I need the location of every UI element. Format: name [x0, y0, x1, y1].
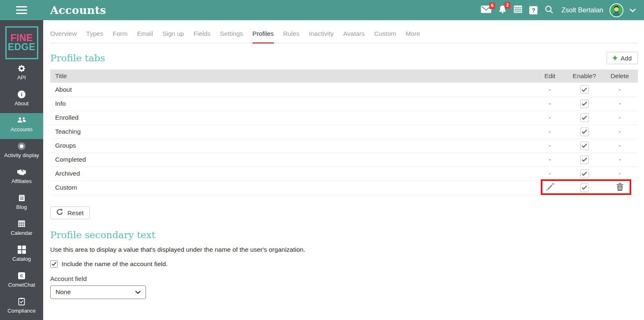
- handshake-icon: [0, 167, 43, 177]
- tab-form[interactable]: Form: [113, 25, 127, 43]
- sidebar-item-label: Affiliates: [0, 178, 43, 185]
- sidebar-item-catalog[interactable]: Catalog: [0, 243, 43, 269]
- tab-more[interactable]: More: [405, 25, 420, 43]
- enable-cell: [567, 111, 602, 125]
- enable-cell: [567, 167, 602, 181]
- table-grid-icon: [514, 5, 522, 15]
- tab-rules[interactable]: Rules: [283, 25, 300, 43]
- delete-cell: -: [602, 153, 638, 167]
- enable-checkbox[interactable]: [580, 85, 589, 94]
- dot-circle-icon: [0, 141, 43, 151]
- apps-grid-button[interactable]: [514, 5, 522, 15]
- delete-dash: -: [619, 114, 621, 121]
- enable-cell: [567, 181, 602, 195]
- enable-cell: [567, 97, 602, 111]
- enable-checkbox[interactable]: [580, 114, 589, 122]
- edit-dash: -: [549, 128, 551, 135]
- row-title: Archived: [50, 167, 533, 181]
- profile-tabs-table: TitleEditEnable?Delete About--Info--Enro…: [50, 70, 638, 195]
- column-header-delete: Delete: [602, 70, 638, 83]
- row-title: Teaching: [50, 125, 533, 139]
- chevron-down-icon: [630, 7, 636, 14]
- reset-button[interactable]: Reset: [50, 206, 90, 219]
- people-icon: [0, 115, 43, 125]
- trash-icon: [616, 186, 624, 192]
- add-button[interactable]: ✚ Add: [607, 52, 638, 64]
- edit-dash: -: [549, 100, 551, 107]
- search-button[interactable]: [544, 5, 554, 16]
- table-header-row: TitleEditEnable?Delete: [50, 70, 638, 83]
- tab-avatars[interactable]: Avatars: [343, 25, 365, 43]
- account-field-select[interactable]: None: [50, 285, 146, 299]
- enable-checkbox[interactable]: [580, 128, 589, 136]
- sidebar-item-api[interactable]: API: [0, 61, 43, 87]
- tab-custom[interactable]: Custom: [374, 25, 396, 43]
- info-icon: i: [0, 89, 43, 100]
- sidebar-item-blog[interactable]: Blog: [0, 191, 43, 217]
- table-row: Teaching--: [50, 125, 638, 139]
- table-row: Info--: [50, 97, 638, 111]
- delete-button[interactable]: [616, 183, 624, 191]
- sidebar-item-accounts[interactable]: Accounts: [0, 113, 43, 139]
- delete-dash: -: [619, 128, 621, 135]
- squares-icon: [0, 244, 43, 255]
- notepad-icon: [0, 192, 43, 203]
- edit-dash: -: [549, 86, 551, 93]
- sidebar-item-compliance[interactable]: Compliance: [0, 294, 43, 320]
- row-title: Custom: [50, 181, 533, 195]
- include-account-field-checkbox-row: Include the name of the account field.: [50, 260, 638, 268]
- tab-sign-up[interactable]: Sign up: [162, 25, 184, 43]
- enable-checkbox[interactable]: [580, 169, 589, 178]
- hamburger-menu-button[interactable]: [0, 6, 43, 14]
- sidebar-item-label: Blog: [0, 204, 43, 211]
- delete-dash: -: [619, 86, 621, 93]
- delete-cell: -: [602, 167, 638, 181]
- logo-line2: EDGE: [8, 43, 35, 52]
- search-icon: [544, 5, 554, 16]
- edit-cell: [533, 181, 567, 195]
- user-menu-button[interactable]: [630, 7, 636, 14]
- tab-profiles[interactable]: Profiles: [253, 25, 274, 43]
- enable-checkbox[interactable]: [580, 141, 589, 150]
- section-title-profile-tabs: Profile tabs: [50, 53, 105, 63]
- row-title: Enrolled: [50, 111, 533, 125]
- row-title: Completed: [50, 153, 533, 167]
- edit-button[interactable]: [545, 182, 555, 191]
- edit-dash: -: [549, 156, 551, 163]
- tab-types[interactable]: Types: [86, 25, 103, 43]
- avatar[interactable]: [610, 4, 623, 16]
- logo[interactable]: FINE EDGE: [5, 26, 38, 59]
- sidebar-item-cometchat[interactable]: cCometChat: [0, 269, 43, 294]
- table-row: Enrolled--: [50, 111, 638, 125]
- enable-checkbox[interactable]: [580, 155, 589, 164]
- include-account-field-checkbox[interactable]: [50, 260, 58, 268]
- messages-button[interactable]: 6: [481, 5, 491, 15]
- delete-cell: -: [602, 125, 638, 139]
- sidebar-item-calendar[interactable]: Calendar: [0, 217, 43, 243]
- sidebar-item-label: About: [0, 100, 43, 107]
- edit-cell: -: [533, 139, 567, 153]
- tab-fields[interactable]: Fields: [193, 25, 210, 43]
- tab-inactivity[interactable]: Inactivity: [309, 25, 334, 43]
- refresh-icon: [56, 209, 63, 217]
- edit-dash: -: [549, 142, 551, 149]
- row-title: About: [50, 83, 533, 97]
- sidebar-item-activity-display[interactable]: Activity display: [0, 139, 43, 165]
- page-title: Accounts: [50, 4, 106, 16]
- calendar-icon: [0, 218, 43, 229]
- notifications-button[interactable]: 2: [498, 5, 507, 15]
- tab-settings[interactable]: Settings: [220, 25, 243, 43]
- help-button[interactable]: ?: [529, 6, 537, 14]
- sidebar-item-affiliates[interactable]: Affiliates: [0, 165, 43, 191]
- user-name[interactable]: Zsolt Bertalan: [561, 6, 603, 14]
- edit-cell: -: [533, 83, 567, 97]
- help-icon: ?: [529, 6, 537, 14]
- tab-overview[interactable]: Overview: [50, 25, 77, 43]
- sidebar-item-about[interactable]: iAbout: [0, 87, 43, 113]
- delete-cell: [602, 181, 638, 195]
- enable-checkbox[interactable]: [580, 183, 589, 192]
- enable-checkbox[interactable]: [580, 100, 589, 108]
- tab-email[interactable]: Email: [137, 25, 153, 43]
- clipboard-check-icon: [0, 296, 43, 307]
- top-bar-actions: 6 2 ? Zsolt Bertalan: [481, 4, 644, 16]
